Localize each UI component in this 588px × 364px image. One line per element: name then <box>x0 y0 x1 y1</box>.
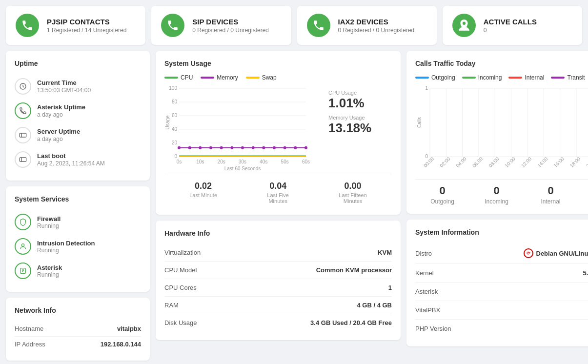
phone-icon <box>15 102 31 119</box>
network-value: vitalpbx <box>117 325 141 332</box>
legend-color <box>164 77 178 79</box>
legend-item-swap: Swap <box>246 74 277 81</box>
cpu-usage-label: CPU Usage <box>328 90 392 96</box>
calls-sum-label: Internal <box>524 198 578 205</box>
svg-text:18:00: 18:00 <box>569 156 582 168</box>
calls-legend-label: Internal <box>525 74 544 81</box>
services-title: System Services <box>15 195 141 203</box>
hw-key: Disk Usage <box>164 319 197 326</box>
server-icon <box>15 151 31 168</box>
svg-point-39 <box>262 146 265 149</box>
svg-point-38 <box>252 146 255 149</box>
server-icon <box>15 127 31 143</box>
svg-point-5 <box>21 244 24 246</box>
system-usage-panel: System Usage CPUMemorySwap1008060402000s… <box>156 51 401 215</box>
sysinfo-row-distro: Distro⟳Debian GNU/Linux 11 (bullseye) <box>415 243 588 264</box>
active-sub: 0 <box>484 27 537 34</box>
iax2-sub: 0 Registered / 0 Unregistered <box>338 27 415 34</box>
hw-key: CPU Cores <box>164 284 197 291</box>
svg-text:30s: 30s <box>239 159 246 164</box>
svg-point-32 <box>188 146 191 149</box>
svg-text:Last 60 Seconds: Last 60 Seconds <box>224 166 261 171</box>
svg-point-31 <box>178 146 181 149</box>
top-card-active: ACTIVE CALLS0 <box>443 6 582 45</box>
calls-sum-label: Transit <box>578 198 588 205</box>
sysinfo-row-vitalpbx: VitalPBX4.0.3-5 <box>415 301 588 320</box>
svg-text:100: 100 <box>169 85 177 91</box>
iax2-text: IAX2 DEVICES0 Registered / 0 Unregistere… <box>338 18 415 34</box>
uptime-text: Server Uptimea day ago <box>37 128 80 142</box>
top-bar: PJSIP CONTACTS1 Registered / 14 Unregist… <box>0 0 588 51</box>
sysinfo-key: Kernel <box>415 269 434 277</box>
network-key: IP Address <box>15 341 45 348</box>
network-value: 192.168.0.144 <box>101 341 141 348</box>
uptime-label: Server Uptime <box>37 128 80 135</box>
svg-point-33 <box>199 146 202 149</box>
hw-row-cpu-cores: CPU Cores1 <box>164 279 392 297</box>
hardware-panel: Hardware Info VirtualizationKVMCPU Model… <box>156 221 401 340</box>
calls-legend-label: Incoming <box>478 74 502 81</box>
sysinfo-key: VitalPBX <box>415 306 440 314</box>
svg-point-42 <box>294 146 297 149</box>
service-status: Running <box>37 247 95 254</box>
calls-legend-color <box>508 77 522 79</box>
svg-text:Calls: Calls <box>417 117 422 128</box>
hardware-title: Hardware Info <box>164 229 392 237</box>
svg-text:00:00: 00:00 <box>423 156 435 168</box>
svg-text:0: 0 <box>174 154 177 159</box>
svg-text:40s: 40s <box>260 159 267 164</box>
uptime-value: a day ago <box>37 111 85 118</box>
calls-legend-color <box>462 77 476 79</box>
mem-usage-value: 13.18% <box>328 121 392 136</box>
top-card-pjsip: PJSIP CONTACTS1 Registered / 14 Unregist… <box>6 6 145 45</box>
calls-legend-transit: Transit <box>551 74 585 81</box>
svg-text:20:00: 20:00 <box>585 156 588 168</box>
top-card-iax2: IAX2 DEVICES0 Registered / 0 Unregistere… <box>297 6 437 45</box>
svg-point-43 <box>304 146 307 149</box>
system-info-title: System Information <box>415 228 588 236</box>
legend-color <box>246 77 260 79</box>
svg-text:20s: 20s <box>218 159 225 164</box>
network-title: Network Info <box>15 306 141 314</box>
network-panel: Network Info HostnamevitalpbxIP Address1… <box>6 298 150 361</box>
hw-value: Common KVM processor <box>316 266 392 274</box>
system-usage-title: System Usage <box>164 60 392 67</box>
calls-sum-value: 0 <box>469 184 524 197</box>
uptime-item-server-uptime: Server Uptimea day ago <box>15 123 141 147</box>
left-column: Uptime Current Time13:50:03 GMT-04:00Ast… <box>6 51 150 361</box>
svg-text:0: 0 <box>425 154 428 159</box>
calls-sum-value: 0 <box>578 184 588 197</box>
svg-text:08:00: 08:00 <box>487 156 500 168</box>
hw-row-virtualization: VirtualizationKVM <box>164 244 392 262</box>
load-averages: 0.02Last Minute0.04Last FiveMinutes0.00L… <box>164 174 392 206</box>
phone-icon <box>161 14 184 37</box>
hw-row-cpu-model: CPU ModelCommon KVM processor <box>164 262 392 279</box>
service-label: Asterisk <box>37 264 62 271</box>
service-text: FirewallRunning <box>37 215 61 229</box>
load-label: Last Minute <box>189 192 217 198</box>
calls-legend-incoming: Incoming <box>462 74 502 81</box>
uptime-panel: Uptime Current Time13:50:03 GMT-04:00Ast… <box>6 51 150 181</box>
calls-traffic-title: Calls Traffic Today <box>415 60 588 67</box>
service-label: Firewall <box>37 215 61 222</box>
service-label: Intrusion Detection <box>37 240 95 247</box>
hw-value: 1 <box>388 284 392 291</box>
hw-row-ram: RAM4 GB / 4 GB <box>164 297 392 314</box>
usage-chart-area: 1008060402000s10s20s30s40s50s60sLast 60 … <box>164 86 392 169</box>
service-text: Intrusion DetectionRunning <box>37 240 95 254</box>
svg-text:10s: 10s <box>196 159 204 164</box>
load-value: 0.02 <box>189 181 217 191</box>
legend-label: Memory <box>217 74 238 81</box>
usage-legend: CPUMemorySwap <box>164 74 392 81</box>
network-row-ip-address: IP Address192.168.0.144 <box>15 337 141 352</box>
svg-text:16:00: 16:00 <box>552 156 565 168</box>
uptime-label: Asterisk Uptime <box>37 103 85 111</box>
uptime-label: Current Time <box>37 79 91 86</box>
service-item-intrusion-detection: Intrusion DetectionRunning <box>15 234 141 259</box>
calls-sum-transit: 0Transit <box>578 184 588 205</box>
chip-service-icon <box>15 263 31 279</box>
service-text: AsteriskRunning <box>37 264 62 278</box>
sysinfo-key: Distro <box>415 250 432 257</box>
calls-legend-color <box>551 77 565 79</box>
svg-text:0s: 0s <box>177 159 182 164</box>
